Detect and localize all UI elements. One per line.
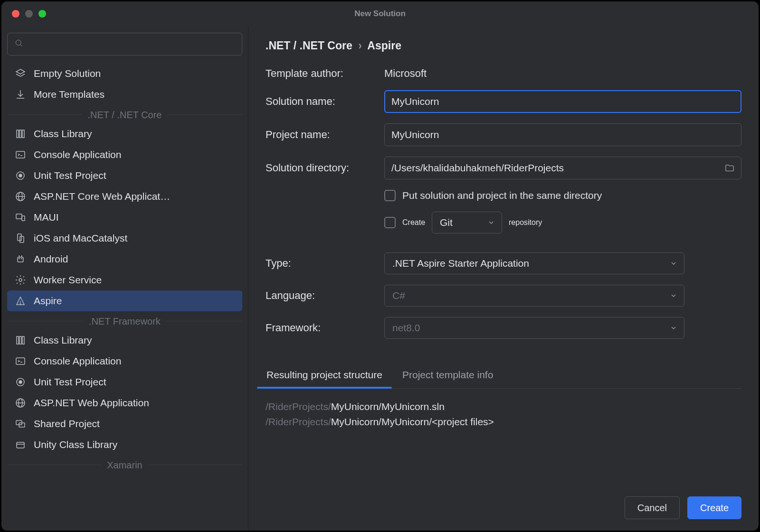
- author-label: Template author:: [266, 67, 384, 80]
- sidebar-item-asp-net-web-application[interactable]: ASP.NET Web Application: [7, 392, 242, 413]
- svg-rect-13: [22, 216, 25, 221]
- solution-dir-label: Solution directory:: [266, 162, 384, 174]
- svg-rect-36: [17, 442, 24, 448]
- sidebar-item-unity-class-library[interactable]: Unity Class Library: [7, 434, 242, 455]
- sidebar-item-label: Console Application: [34, 355, 121, 367]
- svg-point-21: [19, 279, 22, 281]
- gear-icon: [15, 274, 26, 286]
- section-header: Xamarin: [7, 455, 242, 474]
- language-label: Language:: [266, 289, 384, 302]
- sidebar-item-empty-solution[interactable]: Empty Solution: [7, 63, 242, 84]
- window-title: New Solution: [1, 9, 759, 19]
- sidebar-item-shared-project[interactable]: Shared Project: [7, 413, 242, 434]
- tab-structure[interactable]: Resulting project structure: [266, 364, 383, 388]
- same-directory-checkbox[interactable]: [384, 190, 396, 201]
- svg-rect-2: [17, 130, 19, 138]
- breadcrumb-part: Aspire: [367, 39, 401, 52]
- sidebar-item-unit-test-project[interactable]: Unit Test Project: [7, 165, 242, 186]
- console-icon: [15, 355, 26, 367]
- dialog-footer: Cancel Create: [266, 487, 741, 519]
- breadcrumb-part: .NET / .NET Core: [266, 39, 352, 52]
- aspire-icon: [15, 295, 26, 307]
- solution-name-input[interactable]: [384, 90, 741, 113]
- library-icon: [15, 335, 26, 346]
- create-label: Create: [402, 218, 425, 227]
- tab-template-info[interactable]: Project template info: [401, 364, 494, 388]
- chevron-down-icon: [487, 219, 495, 226]
- svg-line-17: [19, 255, 19, 257]
- sidebar-item-asp-net-core-web-applicat[interactable]: ASP.NET Core Web Applicat…: [7, 186, 242, 207]
- section-header: .NET / .NET Core: [7, 105, 242, 123]
- svg-point-30: [19, 381, 22, 383]
- sidebar-item-label: Aspire: [34, 295, 62, 307]
- svg-rect-5: [16, 151, 25, 158]
- vcs-select[interactable]: Git: [432, 212, 502, 233]
- titlebar: New Solution: [1, 1, 759, 26]
- sidebar-item-android[interactable]: Android: [7, 249, 242, 270]
- empty-solution-icon: [15, 68, 26, 79]
- author-value: Microsoft: [384, 67, 741, 80]
- globe-icon: [15, 397, 26, 409]
- type-select[interactable]: .NET Aspire Starter Application: [384, 252, 684, 274]
- sidebar-item-label: ASP.NET Core Web Applicat…: [34, 191, 170, 202]
- sidebar-item-worker-service[interactable]: Worker Service: [7, 270, 242, 290]
- sidebar-item-label: More Templates: [34, 89, 104, 100]
- svg-point-0: [16, 40, 21, 45]
- sidebar-item-label: Class Library: [34, 335, 92, 346]
- minimize-window-button[interactable]: [25, 10, 33, 18]
- library-icon: [15, 128, 26, 140]
- language-select[interactable]: C#: [384, 285, 684, 307]
- sidebar-item-console-application[interactable]: Console Application: [7, 351, 242, 372]
- svg-rect-25: [19, 336, 21, 344]
- android-icon: [15, 253, 26, 265]
- sidebar-item-label: iOS and MacCatalyst: [34, 233, 127, 244]
- svg-line-1: [20, 45, 22, 47]
- solution-dir-input[interactable]: [384, 157, 741, 179]
- sidebar-item-class-library[interactable]: Class Library: [7, 330, 242, 351]
- sidebar-item-unit-test-project[interactable]: Unit Test Project: [7, 372, 242, 392]
- svg-rect-12: [16, 214, 22, 219]
- framework-select[interactable]: net8.0: [384, 317, 684, 339]
- sidebar-item-label: Shared Project: [34, 418, 100, 429]
- sidebar-item-label: Worker Service: [34, 274, 102, 286]
- project-name-input[interactable]: [384, 123, 741, 146]
- download-icon: [15, 89, 26, 100]
- svg-rect-24: [17, 336, 19, 344]
- close-window-button[interactable]: [12, 10, 19, 18]
- search-icon: [14, 38, 24, 50]
- mobile-icon: [15, 233, 26, 244]
- project-name-label: Project name:: [266, 129, 384, 141]
- window-controls: [1, 10, 46, 18]
- template-list: Empty SolutionMore Templates.NET / .NET …: [7, 63, 242, 531]
- sidebar-item-ios-and-maccatalyst[interactable]: iOS and MacCatalyst: [7, 228, 242, 249]
- cancel-button[interactable]: Cancel: [625, 496, 680, 519]
- svg-point-8: [19, 174, 22, 177]
- svg-rect-16: [18, 257, 23, 262]
- zoom-window-button[interactable]: [38, 10, 46, 18]
- section-header: .NET Framework: [7, 311, 242, 330]
- create-button[interactable]: Create: [687, 496, 741, 519]
- folder-icon[interactable]: [724, 163, 735, 173]
- create-repo-checkbox[interactable]: [384, 217, 396, 228]
- flask-icon: [15, 376, 26, 388]
- svg-point-23: [20, 304, 21, 304]
- solution-name-label: Solution name:: [266, 95, 384, 108]
- sidebar-item-label: Class Library: [34, 128, 92, 140]
- svg-rect-27: [16, 358, 25, 364]
- new-solution-window: New Solution Empty SolutionMore Template…: [1, 1, 759, 531]
- search-input[interactable]: [28, 39, 235, 49]
- sidebar-item-aspire[interactable]: Aspire: [7, 290, 242, 311]
- unity-icon: [15, 439, 26, 450]
- svg-rect-3: [19, 130, 21, 138]
- svg-rect-14: [18, 234, 21, 241]
- sidebar-item-label: Android: [34, 253, 68, 265]
- sidebar-item-label: Unity Class Library: [34, 439, 117, 450]
- shared-icon: [15, 418, 26, 429]
- sidebar-item-maui[interactable]: MAUI: [7, 207, 242, 228]
- sidebar-item-console-application[interactable]: Console Application: [7, 144, 242, 165]
- template-search[interactable]: [7, 33, 242, 56]
- svg-point-20: [21, 258, 22, 259]
- sidebar-item-more-templates[interactable]: More Templates: [7, 84, 242, 105]
- sidebar-item-class-library[interactable]: Class Library: [7, 123, 242, 144]
- globe-icon: [15, 191, 26, 202]
